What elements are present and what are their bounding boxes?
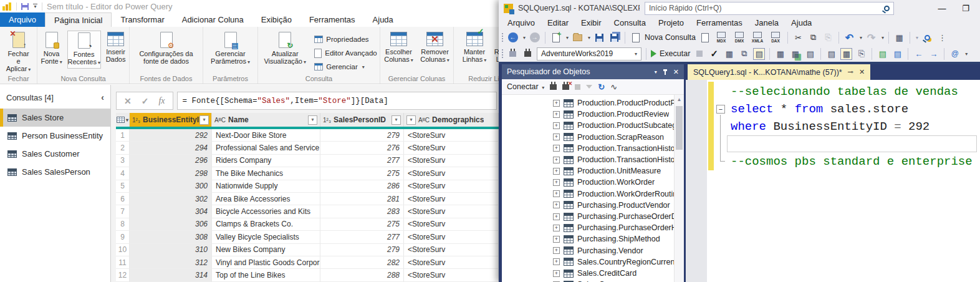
expand-icon[interactable]: + — [553, 134, 560, 140]
minimize-button[interactable]: — — [933, 4, 951, 13]
table-row[interactable]: 4298The Bike Mechanics275<StoreSurv — [116, 167, 499, 180]
configuracoes-fonte-dados-button[interactable]: ⚙ Configurações da fonte de dados — [132, 31, 200, 66]
tree-item[interactable]: +Production.UnitMeasure — [502, 165, 674, 177]
include-actual-plan-icon[interactable]: ▦ — [789, 48, 801, 60]
manter-linhas-button[interactable]: ✓ Manter Linhas▾ — [459, 31, 490, 66]
refresh-icon[interactable]: ↻ — [598, 82, 605, 92]
tree-item[interactable]: +Sales.CreditCard — [502, 268, 674, 279]
fontes-recentes-button[interactable]: ◔ Fontes Recentes▾ — [67, 31, 101, 69]
conectar-button[interactable]: Conectar ▾ — [507, 82, 544, 91]
table-row[interactable]: 12314Top of the Line Bikes288<StoreSurv — [116, 269, 499, 281]
expand-icon[interactable]: + — [553, 213, 560, 220]
expand-icon[interactable]: + — [553, 236, 560, 243]
collapse-pane-icon[interactable]: ‹ — [101, 92, 104, 102]
tree-item[interactable]: +Production.ProductReview — [502, 109, 674, 120]
tree-item[interactable]: +Production.ProductSubcategory — [502, 120, 674, 131]
menu-editar[interactable]: Editar — [541, 18, 575, 27]
expand-icon[interactable]: + — [553, 270, 560, 277]
new-file-dropdown-icon[interactable]: ▾ — [566, 35, 569, 41]
gerenciar-button[interactable]: Gerenciar▾ — [314, 61, 377, 73]
menu-projeto[interactable]: Projeto — [652, 18, 690, 27]
expand-icon[interactable]: + — [553, 122, 560, 129]
change-connection-icon[interactable] — [522, 48, 534, 60]
increase-indent-icon[interactable]: → — [928, 48, 939, 60]
expand-icon[interactable]: + — [553, 258, 560, 265]
column-header-businessentityid[interactable]: 1²₃ BusinessEntityID ▾ — [130, 113, 212, 127]
dax-query-button[interactable]: DAX — [768, 32, 783, 43]
table-row[interactable]: 11312Vinyl and Plastic Goods Corporation… — [116, 256, 499, 269]
new-file-icon[interactable] — [550, 32, 562, 44]
menu-janela[interactable]: Janela — [749, 18, 785, 27]
tree-item[interactable]: +Production.TransactionHistory — [502, 143, 674, 154]
tree-item[interactable]: +Purchasing.Vendor — [502, 245, 674, 256]
tab-ajuda[interactable]: Ajuda — [364, 12, 402, 27]
close-tab-icon[interactable]: ✕ — [859, 68, 865, 76]
maximize-button[interactable]: ❐ — [956, 4, 975, 13]
table-row[interactable]: 2294Professional Sales and Service276<St… — [116, 142, 499, 154]
dmx-query-button[interactable]: DMX — [732, 32, 747, 43]
expand-icon[interactable]: + — [553, 157, 560, 163]
open-dropdown-icon[interactable]: ▾ — [588, 35, 590, 41]
window-position-icon[interactable]: ▾ — [655, 69, 657, 75]
atualizar-visualizacao-button[interactable]: ↻ Atualizar Visualização▾ — [261, 31, 309, 67]
expand-icon[interactable]: + — [553, 179, 560, 186]
parse-icon[interactable]: ✓ — [708, 48, 720, 60]
save-icon[interactable] — [21, 3, 29, 10]
inserir-dados-button[interactable]: Inserir Dados — [103, 31, 128, 64]
text-type-icon[interactable]: AᴮC — [214, 117, 226, 124]
connect-icon[interactable] — [507, 48, 519, 60]
number-type-icon[interactable]: 1²₃ — [132, 117, 140, 124]
activity-monitor-icon[interactable]: ∿ — [610, 82, 617, 92]
tree-item[interactable]: +Purchasing.PurchaseOrderHeader — [502, 222, 674, 233]
template-parameters-icon[interactable]: @ — [949, 48, 961, 60]
tree-item[interactable]: +Production.ProductProductPhoto — [502, 97, 674, 109]
toolbar-overflow-icon[interactable]: ⋮ — [936, 32, 948, 44]
menu-exibir[interactable]: Exibir — [575, 18, 608, 27]
code-line-comment[interactable]: --cosmos pbs standard e enterprise — [731, 153, 973, 170]
column-header-name[interactable]: AᴮC Name ▾ — [212, 113, 320, 127]
filter-dropdown-icon[interactable]: ▾ — [308, 115, 317, 125]
code-line-select[interactable]: select * from sales.store — [731, 100, 908, 118]
executar-button[interactable]: Executar — [660, 49, 690, 58]
expand-icon[interactable]: + — [553, 190, 560, 197]
connect-server-icon[interactable] — [550, 84, 557, 90]
pin-icon[interactable] — [665, 69, 666, 75]
table-row[interactable]: 6302Area Bike Accessories281<StoreSurv — [116, 193, 499, 205]
comment-lines-icon[interactable]: ▤ — [877, 48, 888, 60]
search-icon[interactable] — [884, 6, 890, 11]
menu-arquivo[interactable]: Arquivo — [501, 18, 541, 27]
close-panel-icon[interactable]: ✕ — [673, 68, 679, 76]
uncomment-lines-icon[interactable]: ▤ — [891, 48, 903, 60]
back-dropdown-icon[interactable]: ▾ — [523, 35, 526, 41]
execute-icon[interactable] — [651, 50, 656, 57]
combo-dropdown-icon[interactable]: ▾ — [631, 51, 641, 57]
intellisense-icon[interactable]: ▤ — [753, 48, 765, 60]
results-to-file-icon[interactable]: ⎘ — [855, 48, 867, 60]
decrease-indent-icon[interactable]: ← — [913, 48, 925, 60]
tree-scrollbar[interactable]: ▲ — [674, 95, 684, 282]
nova-fonte-button[interactable]: Nova Fonte▾ — [39, 31, 65, 67]
find-icon[interactable] — [921, 32, 933, 44]
tree-item[interactable]: +Purchasing.ProductVendor — [502, 200, 674, 211]
disconnect-server-icon[interactable]: ✕ — [562, 84, 569, 90]
navigate-forward-icon[interactable]: → — [529, 32, 540, 44]
redo-dropdown-icon[interactable]: ▾ — [882, 35, 884, 41]
code-line-where[interactable]: where BusinessEntityID = 292 — [731, 118, 930, 135]
scroll-up-icon[interactable]: ▲ — [675, 97, 684, 102]
filter-dropdown-icon[interactable]: ▾ — [392, 115, 401, 125]
expand-icon[interactable]: + — [553, 168, 560, 175]
tree-item[interactable]: +Production.WorkOrder — [502, 177, 674, 188]
database-selector[interactable]: AdventureWorks2019 ▾ — [537, 47, 641, 61]
formula-fx-icon[interactable]: fx — [158, 96, 165, 106]
table-row[interactable]: 7304Bicycle Accessories and Kits283<Stor… — [116, 205, 499, 218]
tab-pagina-inicial[interactable]: Página Inicial — [45, 12, 112, 27]
expand-icon[interactable]: + — [553, 111, 560, 118]
results-to-grid-icon[interactable]: ▦ — [840, 48, 852, 60]
collapse-region-icon[interactable]: − — [716, 105, 725, 114]
quick-access-toolbar-dropdown-icon[interactable]: ▾ — [33, 4, 37, 9]
tree-item[interactable]: +Purchasing.PurchaseOrderDetail — [502, 211, 674, 222]
tree-item[interactable]: +Sales.CountryRegionCurrency — [502, 256, 674, 268]
redo-icon[interactable]: ↷ — [865, 32, 877, 44]
tree-item[interactable]: +Production.WorkOrderRouting — [502, 188, 674, 200]
toolbar-grip[interactable] — [501, 32, 504, 43]
